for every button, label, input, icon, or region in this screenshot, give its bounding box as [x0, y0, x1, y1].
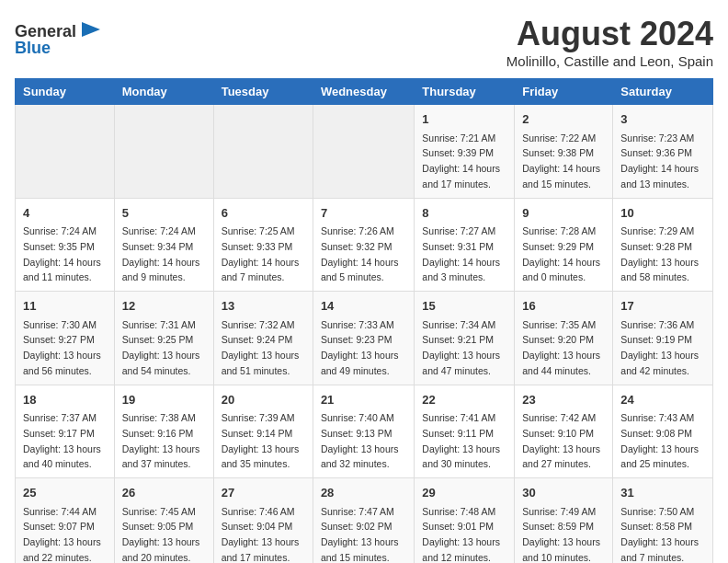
- calendar-cell: 25Sunrise: 7:44 AMSunset: 9:07 PMDayligh…: [16, 478, 115, 564]
- day-detail: Sunrise: 7:28 AMSunset: 9:29 PMDaylight:…: [522, 225, 600, 282]
- day-detail: Sunrise: 7:22 AMSunset: 9:38 PMDaylight:…: [522, 132, 600, 190]
- day-number: 25: [23, 484, 107, 502]
- calendar-cell: 13Sunrise: 7:32 AMSunset: 9:24 PMDayligh…: [213, 292, 313, 385]
- day-detail: Sunrise: 7:41 AMSunset: 9:11 PMDaylight:…: [422, 412, 500, 469]
- calendar-cell: 29Sunrise: 7:48 AMSunset: 9:01 PMDayligh…: [415, 478, 515, 564]
- day-detail: Sunrise: 7:26 AMSunset: 9:32 PMDaylight:…: [321, 225, 399, 282]
- calendar-cell: 12Sunrise: 7:31 AMSunset: 9:25 PMDayligh…: [114, 292, 213, 385]
- day-detail: Sunrise: 7:50 AMSunset: 8:58 PMDaylight:…: [620, 506, 699, 563]
- day-number: 5: [122, 204, 206, 223]
- calendar-body: 1Sunrise: 7:21 AMSunset: 9:39 PMDaylight…: [16, 105, 713, 564]
- day-number: 15: [422, 297, 506, 316]
- day-number: 21: [321, 391, 406, 409]
- calendar-cell: 14Sunrise: 7:33 AMSunset: 9:23 PMDayligh…: [313, 292, 414, 385]
- day-detail: Sunrise: 7:47 AMSunset: 9:02 PMDaylight:…: [321, 506, 399, 563]
- logo: General Blue: [15, 18, 104, 58]
- calendar-cell: 8Sunrise: 7:27 AMSunset: 9:31 PMDaylight…: [415, 198, 515, 292]
- calendar-cell: 30Sunrise: 7:49 AMSunset: 8:59 PMDayligh…: [515, 478, 613, 564]
- calendar-table: Sunday Monday Tuesday Wednesday Thursday…: [15, 78, 713, 563]
- day-number: 27: [222, 484, 305, 502]
- day-number: 16: [522, 297, 605, 316]
- calendar-cell: [114, 105, 213, 199]
- day-detail: Sunrise: 7:38 AMSunset: 9:16 PMDaylight:…: [122, 412, 200, 469]
- header-tuesday: Tuesday: [213, 79, 313, 105]
- calendar-cell: 18Sunrise: 7:37 AMSunset: 9:17 PMDayligh…: [16, 385, 115, 478]
- day-number: 31: [620, 484, 705, 502]
- day-number: 23: [522, 391, 605, 409]
- day-number: 18: [23, 391, 107, 409]
- calendar-cell: 28Sunrise: 7:47 AMSunset: 9:02 PMDayligh…: [313, 478, 414, 564]
- day-detail: Sunrise: 7:46 AMSunset: 9:04 PMDaylight:…: [222, 506, 300, 563]
- day-number: 1: [422, 110, 506, 129]
- day-detail: Sunrise: 7:48 AMSunset: 9:01 PMDaylight:…: [422, 506, 500, 563]
- header-thursday: Thursday: [415, 79, 515, 105]
- calendar-cell: 19Sunrise: 7:38 AMSunset: 9:16 PMDayligh…: [114, 385, 213, 478]
- day-detail: Sunrise: 7:49 AMSunset: 8:59 PMDaylight:…: [522, 506, 600, 563]
- day-number: 14: [321, 297, 406, 316]
- day-number: 12: [122, 297, 206, 316]
- sub-title: Molinillo, Castille and Leon, Spain: [506, 53, 713, 69]
- day-number: 9: [522, 204, 605, 223]
- calendar-cell: 1Sunrise: 7:21 AMSunset: 9:39 PMDaylight…: [415, 105, 515, 199]
- header: General Blue August 2024 Molinillo, Cast…: [15, 15, 713, 69]
- calendar-cell: 15Sunrise: 7:34 AMSunset: 9:21 PMDayligh…: [415, 292, 515, 385]
- calendar-cell: 17Sunrise: 7:36 AMSunset: 9:19 PMDayligh…: [613, 292, 713, 385]
- calendar-cell: 22Sunrise: 7:41 AMSunset: 9:11 PMDayligh…: [415, 385, 515, 478]
- day-detail: Sunrise: 7:35 AMSunset: 9:20 PMDaylight:…: [522, 319, 600, 376]
- calendar-cell: 20Sunrise: 7:39 AMSunset: 9:14 PMDayligh…: [213, 385, 313, 478]
- logo-blue-text: Blue: [15, 39, 51, 58]
- day-number: 3: [620, 110, 705, 129]
- calendar-cell: 11Sunrise: 7:30 AMSunset: 9:27 PMDayligh…: [16, 292, 115, 385]
- calendar-week-row: 11Sunrise: 7:30 AMSunset: 9:27 PMDayligh…: [16, 292, 713, 385]
- calendar-header-row: Sunday Monday Tuesday Wednesday Thursday…: [16, 79, 713, 105]
- day-number: 19: [122, 391, 206, 409]
- calendar-cell: 31Sunrise: 7:50 AMSunset: 8:58 PMDayligh…: [613, 478, 713, 564]
- day-number: 2: [522, 110, 605, 129]
- header-wednesday: Wednesday: [313, 79, 414, 105]
- day-number: 8: [422, 204, 506, 223]
- day-detail: Sunrise: 7:27 AMSunset: 9:31 PMDaylight:…: [422, 225, 500, 282]
- calendar-cell: 4Sunrise: 7:24 AMSunset: 9:35 PMDaylight…: [16, 198, 115, 292]
- calendar-cell: [313, 105, 414, 199]
- day-number: 22: [422, 391, 506, 409]
- day-detail: Sunrise: 7:31 AMSunset: 9:25 PMDaylight:…: [122, 319, 200, 376]
- day-detail: Sunrise: 7:44 AMSunset: 9:07 PMDaylight:…: [23, 506, 101, 563]
- calendar-cell: 3Sunrise: 7:23 AMSunset: 9:36 PMDaylight…: [613, 105, 713, 199]
- calendar-cell: 16Sunrise: 7:35 AMSunset: 9:20 PMDayligh…: [515, 292, 613, 385]
- svg-marker-0: [82, 22, 100, 37]
- day-number: 11: [23, 297, 107, 316]
- day-detail: Sunrise: 7:32 AMSunset: 9:24 PMDaylight:…: [222, 319, 300, 376]
- day-detail: Sunrise: 7:40 AMSunset: 9:13 PMDaylight:…: [321, 412, 399, 469]
- calendar-week-row: 18Sunrise: 7:37 AMSunset: 9:17 PMDayligh…: [16, 385, 713, 478]
- day-detail: Sunrise: 7:39 AMSunset: 9:14 PMDaylight:…: [222, 412, 300, 469]
- day-detail: Sunrise: 7:25 AMSunset: 9:33 PMDaylight:…: [222, 225, 300, 282]
- day-detail: Sunrise: 7:33 AMSunset: 9:23 PMDaylight:…: [321, 319, 399, 376]
- header-monday: Monday: [114, 79, 213, 105]
- calendar-cell: 21Sunrise: 7:40 AMSunset: 9:13 PMDayligh…: [313, 385, 414, 478]
- day-number: 6: [222, 204, 305, 223]
- day-number: 29: [422, 484, 506, 502]
- day-number: 17: [620, 297, 705, 316]
- day-detail: Sunrise: 7:30 AMSunset: 9:27 PMDaylight:…: [23, 319, 101, 376]
- day-number: 7: [321, 204, 406, 223]
- calendar-cell: 26Sunrise: 7:45 AMSunset: 9:05 PMDayligh…: [114, 478, 213, 564]
- day-number: 13: [222, 297, 305, 316]
- main-title: August 2024: [506, 15, 713, 53]
- calendar-cell: [213, 105, 313, 199]
- day-number: 24: [620, 391, 705, 409]
- calendar-cell: [16, 105, 115, 199]
- day-detail: Sunrise: 7:36 AMSunset: 9:19 PMDaylight:…: [620, 319, 699, 376]
- calendar-cell: 5Sunrise: 7:24 AMSunset: 9:34 PMDaylight…: [114, 198, 213, 292]
- calendar-cell: 2Sunrise: 7:22 AMSunset: 9:38 PMDaylight…: [515, 105, 613, 199]
- day-detail: Sunrise: 7:24 AMSunset: 9:34 PMDaylight:…: [122, 225, 200, 282]
- calendar-cell: 7Sunrise: 7:26 AMSunset: 9:32 PMDaylight…: [313, 198, 414, 292]
- day-detail: Sunrise: 7:45 AMSunset: 9:05 PMDaylight:…: [122, 506, 200, 563]
- calendar-week-row: 1Sunrise: 7:21 AMSunset: 9:39 PMDaylight…: [16, 105, 713, 199]
- day-detail: Sunrise: 7:21 AMSunset: 9:39 PMDaylight:…: [422, 132, 500, 190]
- calendar-cell: 24Sunrise: 7:43 AMSunset: 9:08 PMDayligh…: [613, 385, 713, 478]
- day-number: 26: [122, 484, 206, 502]
- day-detail: Sunrise: 7:37 AMSunset: 9:17 PMDaylight:…: [23, 412, 101, 469]
- calendar-cell: 23Sunrise: 7:42 AMSunset: 9:10 PMDayligh…: [515, 385, 613, 478]
- day-detail: Sunrise: 7:34 AMSunset: 9:21 PMDaylight:…: [422, 319, 500, 376]
- calendar-week-row: 25Sunrise: 7:44 AMSunset: 9:07 PMDayligh…: [16, 478, 713, 564]
